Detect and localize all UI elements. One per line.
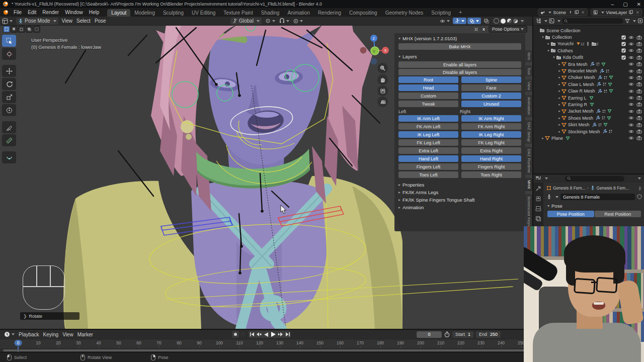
play-button[interactable]: [270, 331, 277, 338]
viewlayer-selector[interactable]: ViewLayer ✕: [591, 9, 642, 16]
unlink-icon[interactable]: ✕: [581, 10, 585, 15]
armature-name-field[interactable]: Genesis 8 Female: [560, 194, 635, 200]
properties-editor-icon[interactable]: [535, 175, 541, 182]
layer-toggle-ik-leg-right[interactable]: IK Leg Right: [461, 131, 521, 138]
camera-toggle-icon[interactable]: [636, 42, 642, 46]
outliner-options-icon[interactable]: [637, 18, 643, 24]
record-button[interactable]: [232, 331, 239, 338]
layer-toggle-hand-left[interactable]: Hand Left: [398, 155, 458, 162]
camera-view-button[interactable]: [377, 85, 388, 96]
xray-toggle[interactable]: [482, 19, 491, 24]
menu-file[interactable]: File: [11, 9, 25, 16]
annotate-tool[interactable]: [2, 121, 16, 133]
camera-toggle-icon[interactable]: [636, 102, 642, 107]
outliner-row-plane[interactable]: ▸Plane: [533, 135, 644, 141]
camera-toggle-icon[interactable]: [636, 62, 642, 66]
outliner-row-choker-mesh[interactable]: ▸Choker Mesh: [533, 74, 644, 81]
navigation-gizmo[interactable]: Z X Y: [356, 31, 392, 67]
menu-window[interactable]: Window: [62, 9, 86, 16]
eye-toggle-icon[interactable]: [628, 102, 634, 107]
wireframe-shading-icon[interactable]: [494, 18, 499, 24]
eye-toggle-icon[interactable]: [628, 123, 634, 127]
sidebar-tab-view[interactable]: View: [525, 79, 532, 92]
pin-icon[interactable]: [568, 10, 573, 15]
outliner-item-label[interactable]: Jacket Mesh: [568, 109, 594, 114]
sidebar-tab-mhx[interactable]: MHX: [525, 178, 532, 191]
disable-all-layers-button[interactable]: Disable all layers: [398, 69, 521, 75]
mirror-x-toggle[interactable]: X: [481, 27, 487, 32]
material-shading-icon[interactable]: [507, 19, 512, 23]
outliner-item-label[interactable]: Earring R: [568, 102, 587, 107]
filter-icon[interactable]: [625, 19, 630, 24]
layer-toggle-head[interactable]: Head: [398, 84, 458, 91]
expand-arrow-icon[interactable]: ▸: [557, 116, 561, 120]
expand-arrow-icon[interactable]: ▸: [557, 89, 561, 93]
timeline-menu-playback[interactable]: Playback: [17, 332, 41, 337]
select-mode-tweak[interactable]: [3, 26, 10, 33]
select-mode-intersect[interactable]: [33, 26, 40, 33]
eye-toggle-icon[interactable]: [628, 48, 634, 53]
check-toggle-icon[interactable]: [621, 42, 626, 46]
outliner-item-label[interactable]: Bra Mesh: [568, 62, 588, 67]
outliner-search-input[interactable]: [562, 18, 623, 24]
eye-toggle-icon[interactable]: [628, 55, 634, 60]
outliner-row-earring-l[interactable]: ▸Earring L: [533, 95, 644, 101]
viewlayer-tab-icon[interactable]: [535, 216, 541, 222]
ortho-toggle-button[interactable]: [377, 97, 388, 107]
camera-toggle-icon[interactable]: [636, 136, 642, 140]
expand-arrow-icon[interactable]: ▸: [557, 75, 561, 79]
collapse-arrow-icon[interactable]: ▾: [541, 35, 545, 39]
layer-toggle-fingers-right[interactable]: Fingers Right: [461, 163, 521, 170]
outliner-item-label[interactable]: Skirt Mesh: [568, 122, 590, 127]
eye-toggle-icon[interactable]: [628, 129, 634, 134]
workspace-tab-modeling[interactable]: Modeling: [130, 9, 159, 17]
workspace-tab-animation[interactable]: Animation: [283, 9, 313, 17]
layer-toggle-ik-arm-right[interactable]: IK Arm Right: [461, 115, 521, 122]
expand-arrow-icon[interactable]: ▸: [557, 62, 561, 66]
timeline-menu-keying[interactable]: Keying: [41, 332, 61, 337]
layer-toggle-fingers-left[interactable]: Fingers Left: [398, 163, 458, 170]
outliner-item-label[interactable]: Bracelet Mesh: [568, 68, 597, 73]
camera-toggle-icon[interactable]: [636, 35, 642, 40]
rotate-tool[interactable]: [2, 78, 16, 90]
collapse-arrow-icon[interactable]: ▾: [546, 49, 550, 53]
layer-toggle-hand-right[interactable]: Hand Right: [461, 155, 521, 162]
section-animation[interactable]: ▸Animation: [394, 204, 525, 211]
timeline-menu-view[interactable]: View: [60, 332, 75, 337]
camera-toggle-icon[interactable]: [636, 55, 642, 60]
layer-toggle-fk-arm-right[interactable]: FK Arm Right: [461, 123, 521, 130]
eye-toggle-icon[interactable]: [628, 82, 634, 86]
gizmos-toggle[interactable]: [453, 18, 466, 24]
tool-tab-icon[interactable]: [535, 186, 541, 192]
camera-toggle-icon[interactable]: [636, 75, 642, 80]
outliner-row-clothes[interactable]: ▾Clothes: [533, 47, 644, 54]
expand-arrow-icon[interactable]: ▸: [557, 130, 561, 134]
solid-shading-icon[interactable]: [501, 19, 506, 24]
breadcrumb-object[interactable]: Genesis 8 Fem...: [553, 186, 586, 191]
workspace-tab-rendering[interactable]: Rendering: [314, 9, 345, 17]
next-keyframe-button[interactable]: [277, 331, 284, 338]
fake-user-shield-icon[interactable]: [637, 194, 642, 200]
workspace-tab-sculpting[interactable]: Sculpting: [159, 9, 188, 17]
measure-tool[interactable]: [2, 134, 16, 146]
select-mode-subtract[interactable]: [18, 26, 25, 33]
camera-toggle-icon[interactable]: [636, 82, 642, 86]
eye-toggle-icon[interactable]: [628, 42, 634, 46]
layer-toggle-unused[interactable]: Unused: [461, 101, 521, 107]
section-fk-ik-arms-legs[interactable]: ▸FK/IK Arms Legs: [394, 189, 525, 196]
add-workspace-button[interactable]: +: [455, 9, 466, 16]
close-button[interactable]: ✕: [637, 2, 641, 7]
mhx-panel-header[interactable]: ▾MHX (version 1.7.2.0103): [394, 35, 525, 42]
camera-toggle-icon[interactable]: [636, 89, 642, 94]
outliner-item-label[interactable]: Scene Collection: [546, 28, 581, 33]
outliner-row-earring-r[interactable]: ▸Earring R: [533, 101, 644, 108]
menu-render[interactable]: Render: [39, 9, 62, 16]
layer-toggle-face[interactable]: Face: [461, 84, 521, 91]
zoom-button[interactable]: [377, 63, 388, 73]
transform-orientation[interactable]: Global: [230, 18, 262, 25]
outliner-row-kda-outfit[interactable]: ▾Kda Outfit: [533, 54, 644, 61]
outliner-item-label[interactable]: Collection: [552, 35, 572, 40]
layer-toggle-toes-right[interactable]: Toes Right: [461, 171, 521, 178]
current-frame-field[interactable]: 0: [417, 331, 442, 338]
output-tab-icon[interactable]: [535, 206, 541, 212]
